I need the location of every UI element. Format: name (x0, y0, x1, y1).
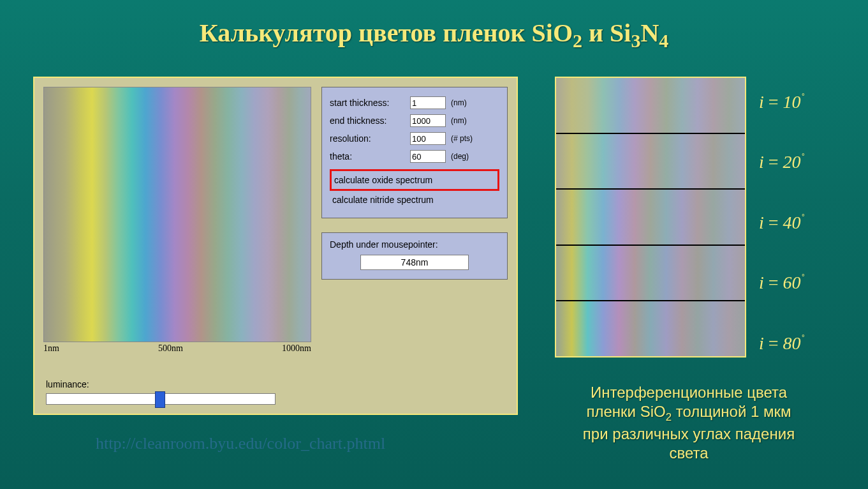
angle-spectra-panel (555, 77, 746, 357)
depth-readout-box: Depth under mousepointer: 748nm (321, 232, 508, 280)
right-caption: Интерференционные цвета пленки SiO2 толщ… (529, 383, 848, 463)
luminance-label: luminance: (46, 379, 505, 389)
resolution-label: resolution: (330, 133, 406, 144)
spectrum-band (556, 246, 745, 302)
spectrum-band (556, 78, 745, 134)
calculate-oxide-button[interactable]: calculate oxide spectrum (330, 169, 499, 191)
spectrum-band (556, 134, 745, 190)
source-link[interactable]: http://cleanroom.byu.edu/color_chart.pht… (96, 434, 385, 453)
angle-label: i = 80˚ (759, 333, 855, 354)
axis-tick: 1nm (43, 343, 59, 354)
angle-labels: i = 10˚ i = 20˚ i = 40˚ i = 60˚ i = 80˚ (759, 92, 855, 354)
angle-label: i = 60˚ (759, 273, 855, 293)
spectrum-band (556, 190, 745, 246)
axis-tick: 1000nm (282, 343, 311, 354)
end-thickness-input[interactable] (410, 114, 446, 127)
slider-thumb[interactable] (155, 391, 165, 408)
spectrum-axis: 1nm 500nm 1000nm (43, 342, 311, 354)
depth-label: Depth under mousepointer: (330, 239, 499, 250)
end-thickness-label: end thickness: (330, 116, 406, 126)
angle-label: i = 40˚ (759, 213, 855, 233)
unit-label: (nm) (451, 98, 467, 107)
theta-input[interactable] (410, 150, 446, 163)
start-thickness-label: start thickness: (330, 98, 406, 108)
slide-title: Калькулятор цветов пленок SiO2 и Si3N4 (0, 0, 868, 52)
start-thickness-input[interactable] (410, 96, 446, 109)
axis-tick: 500nm (158, 343, 183, 354)
spectrum-display[interactable] (43, 87, 311, 342)
resolution-input[interactable] (410, 132, 446, 145)
luminance-slider[interactable] (46, 393, 276, 405)
calculate-nitride-button[interactable]: calculate nitride spectrum (330, 191, 499, 209)
unit-label: (# pts) (451, 134, 473, 143)
theta-label: theta: (330, 151, 406, 162)
angle-label: i = 20˚ (759, 152, 855, 172)
angle-label: i = 10˚ (759, 92, 855, 112)
parameters-form: start thickness: (nm) end thickness: (nm… (321, 87, 508, 218)
calculator-panel: 1nm 500nm 1000nm start thickness: (nm) e… (33, 77, 518, 415)
spectrum-band (556, 301, 745, 356)
unit-label: (deg) (451, 152, 469, 161)
depth-value: 748nm (360, 255, 469, 270)
unit-label: (nm) (451, 116, 467, 125)
